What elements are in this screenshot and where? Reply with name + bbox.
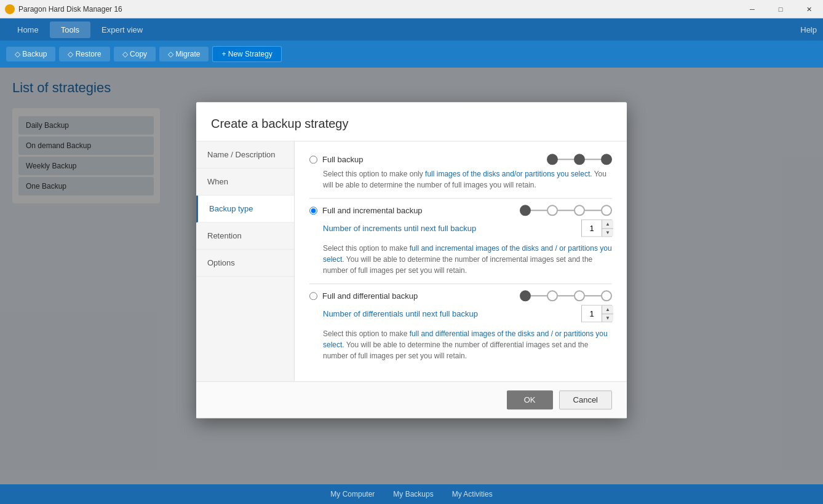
bottom-link-backups[interactable]: My Backups — [393, 490, 433, 498]
diagram-dot-3 — [601, 154, 612, 165]
diff-dot-3 — [601, 290, 612, 301]
full-backup-desc-plain1: Select this option to make only — [323, 170, 425, 178]
app-icon — [5, 4, 15, 14]
full-backup-text: Full backup — [322, 155, 363, 164]
incr-dot-full — [520, 205, 531, 216]
differential-number-input[interactable]: 1 — [582, 305, 602, 321]
incremental-number-input[interactable]: 1 — [582, 220, 602, 236]
full-differential-label[interactable]: Full and differential backup — [309, 291, 418, 301]
full-backup-desc-highlight: full images of the disks and/or partitio… — [425, 170, 590, 178]
menu-bar: Home Tools Expert view Help — [0, 18, 823, 41]
full-differential-text: Full and differential backup — [322, 291, 418, 301]
full-backup-radio[interactable] — [309, 156, 317, 163]
toolbar-btn-4[interactable]: ◇ Migrate — [159, 47, 209, 61]
differential-spinner: ▲ ▼ — [602, 305, 613, 321]
differential-spinner-down[interactable]: ▼ — [602, 313, 613, 321]
full-differential-desc: Select this option to make full and diff… — [323, 328, 612, 361]
dialog-nav: Name / Description When Backup type Rete… — [196, 141, 295, 381]
minimize-button[interactable]: ─ — [738, 0, 766, 18]
create-strategy-dialog: Create a backup strategy Name / Descript… — [196, 102, 627, 418]
diagram-line — [558, 159, 574, 160]
full-incremental-header: Full and incremental backup — [309, 205, 612, 216]
diagram-line — [585, 159, 601, 160]
restore-button[interactable]: □ — [766, 0, 795, 18]
menu-tab-tools[interactable]: Tools — [50, 22, 90, 38]
full-incremental-radio[interactable] — [309, 207, 317, 215]
incremental-spinner-down[interactable]: ▼ — [602, 228, 613, 236]
dialog-header: Create a backup strategy — [196, 102, 627, 141]
title-bar-text: Paragon Hard Disk Manager 16 — [18, 5, 122, 14]
toolbar-btn-2[interactable]: ◇ Restore — [59, 47, 109, 61]
full-incremental-option: Full and incremental backup — [309, 205, 612, 276]
divider-1 — [309, 198, 612, 199]
incr-line-3 — [585, 210, 601, 211]
full-backup-diagram — [547, 154, 612, 165]
bottom-bar: My Computer My Backups My Activities — [0, 484, 823, 504]
differential-spinner-up[interactable]: ▲ — [602, 305, 613, 313]
diff-dot-1 — [547, 290, 558, 301]
diagram-dot-1 — [547, 154, 558, 165]
full-incremental-text: Full and incremental backup — [322, 206, 423, 215]
title-bar: Paragon Hard Disk Manager 16 ─ □ ✕ — [0, 0, 823, 18]
differential-number-label: Number of differentials until next full … — [323, 309, 478, 318]
cancel-button[interactable]: Cancel — [559, 390, 612, 409]
toolbar-btn-1[interactable]: ◇ Backup — [6, 47, 55, 61]
full-differential-radio[interactable] — [309, 292, 317, 300]
differential-number-input-wrap: 1 ▲ ▼ — [581, 305, 612, 322]
incr-dot-2 — [574, 205, 585, 216]
bottom-link-computer[interactable]: My Computer — [330, 490, 375, 498]
incremental-number-input-wrap: 1 ▲ ▼ — [581, 219, 612, 237]
dialog-footer: OK Cancel — [196, 381, 627, 418]
diff-desc-plain2: . You will be able to determine the numb… — [323, 341, 588, 360]
ok-button[interactable]: OK — [507, 390, 553, 409]
incr-line-2 — [558, 210, 574, 211]
help-link[interactable]: Help — [800, 25, 817, 34]
menu-tab-home[interactable]: Home — [6, 22, 50, 38]
incr-dot-1 — [547, 205, 558, 216]
full-incremental-label[interactable]: Full and incremental backup — [309, 206, 423, 215]
toolbar-btn-strategy[interactable]: + New Strategy — [212, 46, 281, 62]
full-backup-header: Full backup — [309, 154, 612, 165]
differential-number-row: Number of differentials until next full … — [323, 305, 612, 322]
nav-item-name-desc[interactable]: Name / Description — [196, 141, 294, 168]
divider-2 — [309, 283, 612, 284]
full-backup-label[interactable]: Full backup — [309, 155, 363, 164]
diff-line-2 — [558, 295, 574, 296]
full-backup-desc: Select this option to make only full ima… — [323, 168, 612, 191]
diff-line-3 — [585, 295, 601, 296]
diff-desc-plain1: Select this option to make — [323, 329, 410, 338]
full-differential-header: Full and differential backup — [309, 290, 612, 301]
nav-item-retention[interactable]: Retention — [196, 222, 294, 250]
dialog-title: Create a backup strategy — [211, 117, 612, 131]
incr-desc-plain1: Select this option to make — [323, 244, 410, 253]
diff-line-1 — [531, 295, 547, 296]
app-content: List of strategies Daily Backup On deman… — [0, 68, 823, 484]
incr-desc-plain2: . You will be able to determine the numb… — [323, 255, 592, 275]
incremental-number-label: Number of increments until next full bac… — [323, 224, 476, 233]
incremental-diagram — [520, 205, 612, 216]
window-controls: ─ □ ✕ — [738, 0, 823, 18]
full-incremental-desc: Select this option to make full and incr… — [323, 243, 612, 276]
nav-item-backup-type[interactable]: Backup type — [196, 195, 294, 222]
diff-dot-full — [520, 290, 531, 301]
nav-item-options[interactable]: Options — [196, 250, 294, 277]
incr-line-1 — [531, 210, 547, 211]
full-backup-option: Full backup Select this option to make o… — [309, 154, 612, 191]
full-differential-option: Full and differential backup — [309, 290, 612, 361]
close-button[interactable]: ✕ — [795, 0, 823, 18]
dialog-body: Name / Description When Backup type Rete… — [196, 141, 627, 381]
diagram-dot-2 — [574, 154, 585, 165]
menu-tab-expert[interactable]: Expert view — [90, 22, 154, 38]
incr-dot-3 — [601, 205, 612, 216]
toolbar-btn-3[interactable]: ◇ Copy — [114, 47, 156, 61]
incremental-number-row: Number of increments until next full bac… — [323, 219, 612, 237]
incremental-spinner-up[interactable]: ▲ — [602, 220, 613, 228]
nav-item-when[interactable]: When — [196, 168, 294, 195]
app-toolbar: ◇ Backup ◇ Restore ◇ Copy ◇ Migrate + Ne… — [0, 41, 823, 68]
incremental-spinner: ▲ ▼ — [602, 220, 613, 236]
bottom-link-activities[interactable]: My Activities — [452, 490, 493, 498]
differential-diagram — [520, 290, 612, 301]
diff-dot-2 — [574, 290, 585, 301]
backup-type-content: Full backup Select this option to make o… — [295, 141, 627, 381]
